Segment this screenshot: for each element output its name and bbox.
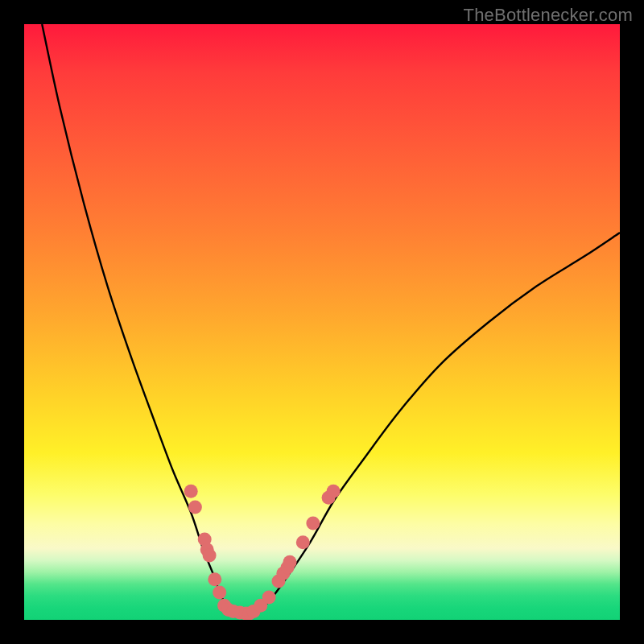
curve-marker	[262, 590, 276, 604]
bottleneck-curve-svg	[24, 24, 620, 620]
chart-frame	[24, 24, 620, 620]
curve-marker	[306, 517, 320, 530]
curve-marker	[327, 485, 341, 498]
bottleneck-curve-path	[42, 24, 620, 614]
curve-marker	[296, 535, 310, 549]
curve-marker	[283, 555, 297, 569]
watermark-text: TheBottlenecker.com	[464, 5, 633, 26]
curve-marker	[208, 572, 221, 586]
curve-marker	[188, 501, 202, 514]
curve-marker	[213, 586, 226, 600]
curve-markers	[184, 485, 341, 620]
curve-marker	[184, 485, 198, 498]
curve-marker	[203, 549, 217, 563]
